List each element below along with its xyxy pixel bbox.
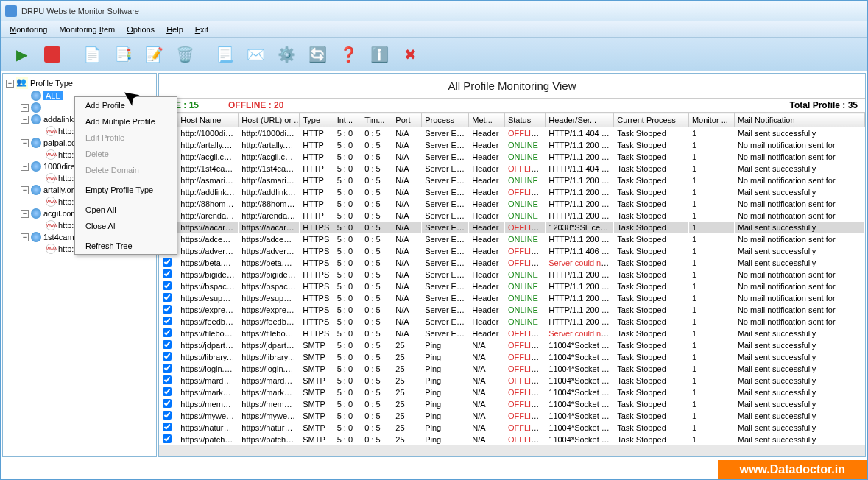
- row-checkbox[interactable]: [163, 269, 172, 278]
- app-icon: [5, 5, 17, 17]
- help-icon[interactable]: ❓: [335, 41, 361, 68]
- globe-icon: [31, 232, 41, 242]
- row-checkbox[interactable]: [163, 281, 172, 290]
- collapse-icon[interactable]: −: [21, 233, 29, 241]
- row-checkbox[interactable]: [163, 375, 172, 384]
- total-count: Total Profile : 35: [790, 100, 858, 110]
- table-row[interactable]: https://beta.blogl...https://beta.blogli…: [160, 257, 865, 269]
- grid-scroll[interactable]: Host NameHost (URL) or ...TypeInt...Tim.…: [159, 113, 865, 445]
- row-checkbox[interactable]: [163, 293, 172, 302]
- table-row[interactable]: https://member.l...https://member.lgiu..…: [160, 398, 865, 410]
- column-header[interactable]: Type: [300, 113, 334, 127]
- row-checkbox[interactable]: [163, 258, 172, 267]
- globe-icon: [31, 208, 41, 219]
- row-checkbox[interactable]: [163, 364, 172, 373]
- menu-exit[interactable]: Exit: [191, 24, 213, 35]
- table-row[interactable]: https://naturalgin...https://naturalgins…: [160, 422, 865, 434]
- context-menu-item[interactable]: Empty Profile Type: [75, 182, 177, 198]
- table-row[interactable]: https://login.cos...https://login.cos.co…: [160, 363, 865, 375]
- table-row[interactable]: https://marketgo...https://marketgoal...…: [160, 387, 865, 398]
- column-header[interactable]: Header/Ser...: [546, 113, 614, 127]
- row-checkbox[interactable]: [163, 340, 172, 349]
- table-row[interactable]: http://artally.orghttp://artally.orgHTTP…: [160, 139, 865, 151]
- table-row[interactable]: https://bigidea.c...https://bigidea.com.…: [160, 269, 865, 280]
- window-title: DRPU Website Monitor Software: [21, 7, 139, 15]
- refresh-icon[interactable]: 🔄: [304, 41, 331, 68]
- row-checkbox[interactable]: [163, 399, 172, 408]
- table-row[interactable]: http://addlink1.c...http://addlink1.comH…: [160, 186, 865, 198]
- row-checkbox[interactable]: [163, 305, 172, 314]
- table-row[interactable]: https://express.p...https://express.payl…: [160, 304, 865, 316]
- table-row[interactable]: https://adcenter.l...https://adcenter.lo…: [160, 233, 865, 245]
- collapse-icon[interactable]: −: [21, 139, 29, 147]
- close-icon[interactable]: ✖: [397, 41, 423, 68]
- collapse-icon[interactable]: −: [21, 163, 29, 171]
- grid-title: All Profile Monitoring View: [159, 74, 865, 98]
- add-profile-icon[interactable]: 📄: [79, 41, 105, 68]
- settings-icon[interactable]: ⚙️: [273, 41, 300, 68]
- menu-monitoring-item[interactable]: Monitoring Item: [54, 24, 119, 35]
- grid-panel: All Profile Monitoring View INE : 15 OFF…: [158, 73, 866, 457]
- column-header[interactable]: Met...: [469, 113, 505, 127]
- table-row[interactable]: https://bspacehel...https://bspacehelp..…: [160, 280, 865, 292]
- horizontal-scrollbar[interactable]: [159, 445, 865, 456]
- column-header[interactable]: Mail Notification: [734, 113, 864, 127]
- menu-monitoring[interactable]: Monitoring: [5, 24, 52, 35]
- table-row[interactable]: https://aacargopl...https://aacargoplus.…: [160, 222, 865, 233]
- table-row[interactable]: https://advertise...https://advertise.la…: [160, 245, 865, 257]
- mail-icon[interactable]: ✉️: [242, 41, 269, 68]
- row-checkbox[interactable]: [163, 423, 172, 431]
- stop-button[interactable]: [39, 41, 66, 68]
- column-header[interactable]: Monitor ...: [688, 113, 734, 127]
- globe-icon: [31, 102, 41, 113]
- context-menu-item[interactable]: Open All: [75, 202, 177, 218]
- column-header[interactable]: Host Name: [177, 113, 239, 127]
- add-multi-icon[interactable]: 📑: [110, 41, 136, 68]
- edit-profile-icon[interactable]: 📝: [141, 41, 167, 68]
- table-row[interactable]: http://arendator...http://arendator.net.…: [160, 210, 865, 222]
- table-row[interactable]: https://library.law...https://library.la…: [160, 351, 865, 363]
- table-row[interactable]: http://88home.co...http://88home.co.ccHT…: [160, 198, 865, 210]
- table-row[interactable]: https://feedback...https://feedback.di..…: [160, 316, 865, 328]
- table-row[interactable]: https://patchwor...https://patchwork.k..…: [160, 434, 865, 445]
- row-checkbox[interactable]: [163, 317, 172, 325]
- collapse-icon[interactable]: −: [21, 104, 29, 112]
- table-row[interactable]: http://1000direct...http://1000directori…: [160, 127, 865, 140]
- column-header[interactable]: Current Process: [614, 113, 689, 127]
- row-checkbox[interactable]: [163, 387, 172, 396]
- www-icon: www: [46, 126, 56, 136]
- table-row[interactable]: https://marduk1.i...https://marduk1.int.…: [160, 375, 865, 387]
- context-menu-item[interactable]: Add Multiple Profile: [75, 113, 177, 130]
- table-row[interactable]: https://esupply.a...https://esupply.ava.…: [160, 292, 865, 304]
- collapse-icon[interactable]: −: [21, 210, 29, 218]
- column-header[interactable]: Status: [504, 113, 545, 127]
- menu-options[interactable]: Options: [122, 24, 159, 35]
- row-checkbox[interactable]: [163, 352, 172, 361]
- table-row[interactable]: http://1st4cambri...http://1st4cambridg.…: [160, 163, 865, 174]
- table-row[interactable]: http://asmarilyn.c...http://asmarilyn.co…: [160, 174, 865, 186]
- row-checkbox[interactable]: [163, 411, 172, 420]
- collapse-icon[interactable]: −: [21, 116, 29, 124]
- play-button[interactable]: ▶: [8, 41, 35, 68]
- collapse-icon[interactable]: −: [6, 80, 14, 88]
- row-checkbox[interactable]: [163, 328, 172, 337]
- menu-help[interactable]: Help: [162, 24, 188, 35]
- table-row[interactable]: https://filebox.vt...https://filebox.vt.…: [160, 328, 865, 339]
- info-icon[interactable]: ℹ️: [366, 41, 392, 68]
- doc-x-icon[interactable]: 📃: [211, 41, 238, 68]
- table-row[interactable]: https://mywebde...https://mywebdeskt...S…: [160, 410, 865, 422]
- row-checkbox[interactable]: [163, 434, 172, 443]
- column-header[interactable]: Int...: [334, 113, 361, 127]
- collapse-icon[interactable]: −: [21, 186, 29, 194]
- column-header[interactable]: Process: [422, 113, 469, 127]
- column-header[interactable]: Tim...: [361, 113, 392, 127]
- table-row[interactable]: http://acgil.comhttp://acgil.comHTTP5 : …: [160, 151, 865, 163]
- delete-icon[interactable]: 🗑️: [172, 41, 198, 68]
- menubar: Monitoring Monitoring Item Options Help …: [1, 21, 867, 38]
- table-row[interactable]: https://jdparts.de...https://jdparts.dee…: [160, 339, 865, 351]
- column-header[interactable]: Port: [392, 113, 422, 127]
- context-menu-item[interactable]: Refresh Tree: [75, 238, 177, 254]
- context-menu-item[interactable]: Close All: [75, 218, 177, 234]
- column-header[interactable]: Host (URL) or ...: [239, 113, 300, 127]
- data-table: Host NameHost (URL) or ...TypeInt...Tim.…: [159, 113, 865, 445]
